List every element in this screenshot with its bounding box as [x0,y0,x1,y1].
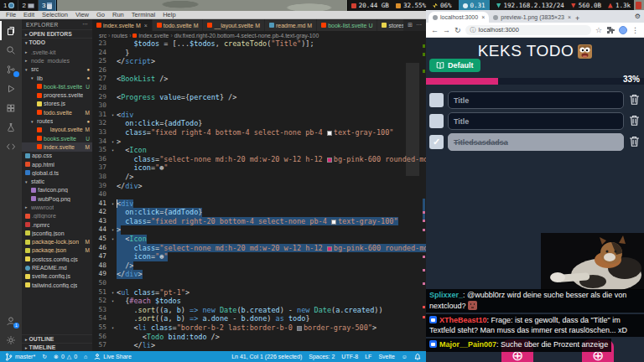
cursor-position[interactable]: Ln 41, Col 1 (226 selected) [231,354,302,359]
bell-icon[interactable] [414,353,421,360]
workspace-section[interactable]: ▾ TODO [22,38,92,46]
language-mode[interactable]: Svelte [378,354,394,359]
account-icon[interactable]: 1 [0,311,22,330]
tree-file[interactable]: jsconfig.json [22,229,92,237]
live-share-button[interactable]: Live Share [94,353,131,360]
explorer-more-icon[interactable]: ⋯ [82,21,88,28]
tree-file[interactable]: .npmrc [22,220,92,229]
menu-file[interactable]: File [6,11,16,18]
timeline-section[interactable]: ▸ TIMELINE [22,343,92,351]
tree-file[interactable]: postcss.config.cjs [22,255,92,263]
browser-tab[interactable]: localhost:3000× [428,12,489,23]
menu-edit[interactable]: Edit [23,11,34,18]
delete-todo-button[interactable] [628,115,641,128]
list-select-button[interactable]: Default [429,59,480,72]
tree-file[interactable]: package.jsonM [22,246,92,255]
browser-tab[interactable]: preview-1.png (3835×23× [489,12,573,23]
tree-file[interactable]: app.html [22,160,92,168]
sync-indicator[interactable]: ↻ [42,354,47,360]
profile-avatar[interactable] [619,26,627,34]
tree-file[interactable]: books.svelteU [22,134,92,142]
tree-file[interactable]: global.d.ts [22,168,92,177]
todo-checkbox[interactable]: ✓ [429,135,444,149]
run-debug-icon[interactable] [0,79,22,98]
todo-checkbox[interactable] [429,114,444,128]
tabstrip-gear-icon[interactable]: ⚙ [635,13,641,20]
tree-file[interactable]: wubPog.png [22,194,92,203]
eol[interactable]: LF [365,354,371,359]
editor-tab[interactable]: todo.svelte M [153,19,204,31]
extensions-puzzle-icon[interactable] [606,26,615,34]
testing-icon[interactable] [0,117,22,137]
close-icon[interactable]: × [568,14,571,20]
split-editor-icon[interactable]: ⊞ [408,22,413,28]
site-info-icon[interactable]: ⓘ [470,26,476,34]
workspace-button-2[interactable]: 2 [18,0,38,11]
tree-file[interactable]: tailwind.config.cjs [22,281,92,289]
editor-tab[interactable]: index.svelte M× [92,19,153,31]
feedback-icon[interactable]: ☺ [402,354,408,359]
delete-todo-button[interactable] [628,136,641,149]
todo-title-input[interactable]: Titledsasdadsa [448,133,624,151]
problems-indicator[interactable]: ⊗0 △0 [54,354,77,360]
git-branch-indicator[interactable]: master* [5,353,35,361]
browser-menu-icon[interactable]: ⋮ [631,26,639,34]
tree-file[interactable]: favicon.png [22,186,92,194]
source-control-icon[interactable] [0,59,22,79]
home-indicator[interactable]: ⌂ [84,354,87,359]
menu-go[interactable]: Go [96,11,105,18]
tree-folder[interactable]: ▾src● [22,65,92,74]
explorer-icon[interactable] [0,21,22,40]
tree-file[interactable]: stores.js [22,100,92,108]
tree-file[interactable]: package-lock.jsonM [22,238,92,246]
search-icon[interactable] [0,40,22,59]
tree-folder[interactable]: ▾static [22,177,92,185]
breadcrumb-item[interactable]: index.svelte [138,33,169,39]
tree-folder[interactable]: ▸.svelte-kit [22,48,92,56]
address-bar[interactable]: ⓘ localhost:3000 [465,25,591,35]
bookmark-star-icon[interactable]: ☆ [595,26,602,34]
open-editors-section[interactable]: ▸ OPEN EDITORS [22,29,92,38]
scrollbar[interactable] [406,63,419,176]
workspace-button-1[interactable]: 1 [0,0,18,11]
code-editor[interactable]: 23 $todos = [...$todos, createTodo("Titl… [92,39,426,351]
tree-file[interactable]: app.css [22,152,92,160]
tree-file[interactable]: book-list.svelteU [22,82,92,90]
encoding[interactable]: UTF-8 [341,354,358,359]
tray-icon[interactable] [636,2,641,9]
tree-folder[interactable]: ▾lib● [22,74,92,82]
more-actions-icon[interactable]: ⋯ [416,22,422,28]
tree-file[interactable]: index.svelteM [22,142,92,151]
tree-folder[interactable]: ▸node_modules [22,56,92,65]
breadcrumb-item[interactable]: routes [112,33,127,39]
settings-gear-icon[interactable] [0,330,22,349]
outline-section[interactable]: ▸ OUTLINE [22,334,92,343]
todo-checkbox[interactable] [429,93,444,107]
breadcrumb[interactable]: src›routes›index.svelte›div.fixed.right-… [92,31,426,39]
tree-folder[interactable]: ▾routes● [22,116,92,125]
editor-tab[interactable]: __layout.svelte M [203,19,264,31]
menu-help[interactable]: Help [163,11,175,18]
tree-file[interactable]: todo.svelteM [22,108,92,116]
close-icon[interactable]: × [481,14,485,20]
remote-explorer-icon[interactable] [0,137,22,156]
tree-file[interactable]: __layout.svelteM [22,126,92,134]
breadcrumb-item[interactable]: div.fixed.right-20.bottom-4.select-none.… [174,33,319,39]
tree-file[interactable]: README.md [22,263,92,272]
delete-todo-button[interactable] [628,94,641,107]
todo-title-input[interactable]: Title [448,91,624,109]
editor-tab[interactable]: readme.md M [265,19,317,31]
back-icon[interactable]: ← [431,26,439,34]
new-tab-icon[interactable]: + [573,14,582,23]
editor-tab[interactable]: book-list.svelte U [317,19,377,31]
menu-run[interactable]: Run [112,11,124,18]
tree-file[interactable]: .gitignore [22,212,92,220]
reload-icon[interactable]: ↻ [454,26,461,34]
todo-title-input[interactable]: Title [448,112,624,130]
extensions-icon[interactable] [0,98,22,117]
menu-terminal[interactable]: Terminal [132,11,155,18]
menu-view[interactable]: View [75,11,89,18]
forward-icon[interactable]: → [443,26,450,34]
tree-folder[interactable]: ▸wwwroot [22,203,92,211]
tree-file[interactable]: progress.svelte [22,90,92,99]
